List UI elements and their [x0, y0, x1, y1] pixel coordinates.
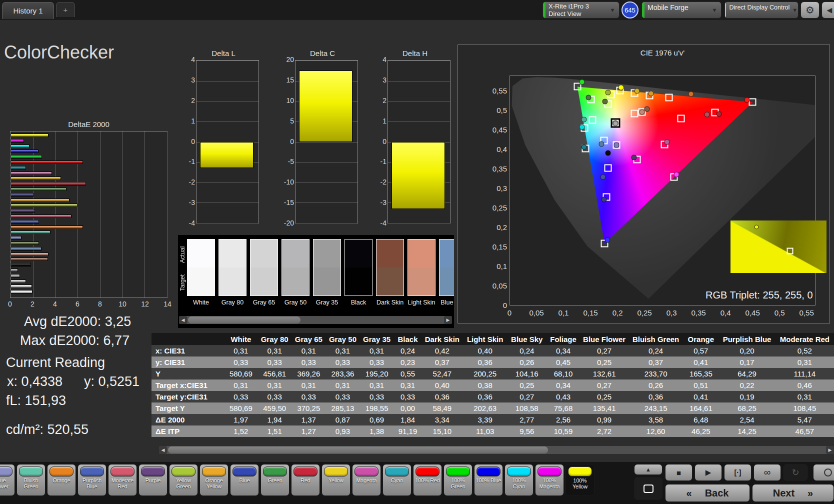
patch-button-bluish-green[interactable]: Bluish Green — [16, 464, 46, 496]
back-button[interactable]: « Back — [665, 484, 750, 502]
patch-color-swatch — [110, 466, 134, 476]
scroll-right-icon[interactable]: ▶ — [826, 446, 834, 454]
single-measure-button[interactable]: [·] — [724, 464, 752, 481]
patch-button-label: Green — [262, 478, 288, 484]
patch-button-blue[interactable]: Blue — [230, 464, 259, 496]
gridline — [78, 132, 78, 298]
meter-count-badge[interactable]: 645 — [622, 2, 638, 18]
patch-button-100-yellow[interactable]: 100% Yellow — [566, 464, 594, 496]
patch-button-purple[interactable]: Purple — [138, 464, 168, 496]
table-cell: 0,34 — [546, 345, 580, 356]
settings-button[interactable]: ⚙ — [800, 2, 820, 18]
actual-marker-blue — [602, 196, 607, 202]
bar-red — [10, 182, 86, 186]
pattern-list-up-button[interactable]: ▲ — [634, 464, 662, 475]
gridline — [388, 223, 450, 224]
patch-button-orange[interactable]: Orange — [47, 464, 76, 496]
swatch-gray-65 — [250, 239, 278, 296]
patch-button-100-blue[interactable]: 100% Blue — [474, 464, 503, 496]
display-control-dropdown[interactable]: Direct Display Control ▼ — [724, 2, 798, 18]
pattern-window-button[interactable] — [634, 477, 662, 500]
pattern-toolbar: Blue FlowerBluish GreenOrangePurplish Bl… — [0, 462, 834, 504]
actual-marker-blue-flower — [614, 142, 619, 148]
gridline — [296, 142, 358, 142]
table-cell: 370,25 — [292, 402, 326, 414]
next-button[interactable]: Next » — [752, 484, 834, 502]
patch-button-green[interactable]: Green — [260, 464, 290, 496]
patch-button-orange-yellow[interactable]: Orange Yellow — [200, 464, 228, 496]
chart-plot — [196, 60, 259, 224]
cie-diagram-panel: CIE 1976 u'v' 0,550,50,450,40,350,30,250… — [458, 44, 830, 324]
meter-dropdown[interactable]: X-Rite i1Pro 3Direct View ▼ — [542, 2, 620, 18]
swatch-scrollbar-thumb[interactable] — [188, 316, 300, 324]
bar-orange — [10, 226, 83, 229]
stop-button[interactable]: ■ — [665, 464, 692, 481]
swatch-scrollbar[interactable]: ◀ ▶ — [179, 316, 452, 324]
x-tick-label: 0,45 — [746, 308, 760, 317]
table-cell: 0,20 — [718, 345, 775, 356]
scroll-right-icon[interactable]: ▶ — [444, 316, 452, 324]
add-tab-button[interactable]: + — [56, 2, 75, 17]
scroll-left-icon[interactable]: ◀ — [159, 446, 167, 454]
y-tick-label: 2 — [368, 96, 386, 104]
extra-transport-button[interactable] — [813, 464, 834, 481]
patch-button-blue-flower[interactable]: Blue Flower — [0, 464, 15, 496]
patch-color-swatch — [263, 466, 287, 476]
y-tick-label: 15 — [276, 76, 294, 84]
patch-color-swatch — [141, 466, 165, 476]
table-cell: 0,25 — [508, 380, 546, 391]
table-row: Target y:CIE310,330,330,330,330,330,330,… — [152, 391, 834, 402]
table-cell: 1,84 — [394, 414, 422, 426]
bar-blue-flower — [10, 236, 22, 240]
play-button[interactable]: ▶ — [694, 464, 722, 481]
patch-button-100-magenta[interactable]: 100% Magenta — [535, 464, 564, 496]
y-tick-label: 0,5 — [482, 106, 507, 114]
table-scrollbar[interactable]: ◀ ▶ — [159, 446, 834, 454]
actual-marker-100-yellow — [618, 84, 624, 90]
table-cell: 2,56 — [546, 414, 580, 426]
patch-button-100-green[interactable]: 100% Green — [444, 464, 472, 496]
actual-marker-black — [605, 150, 610, 156]
patch-button-100-red[interactable]: 100% Red — [413, 464, 442, 496]
tab-history[interactable]: History 1 — [2, 2, 54, 19]
table-cell: 0,33 — [258, 356, 292, 368]
bar-black — [10, 263, 31, 266]
table-cell: 0,31 — [224, 380, 258, 391]
table-cell: 200,25 — [462, 368, 507, 380]
patch-button-yellow-green[interactable]: Yellow Green — [169, 464, 198, 496]
step-icon: [·] — [734, 468, 742, 476]
swatch-white — [187, 239, 215, 296]
triangle-up-icon: ▲ — [646, 466, 651, 472]
gridline — [144, 132, 145, 298]
patch-button-100-cyan[interactable]: 100% Cyan — [504, 464, 534, 496]
circle-icon — [824, 468, 832, 476]
patch-button-red[interactable]: Red — [291, 464, 320, 496]
column-header-gray-50: Gray 50 — [326, 333, 360, 345]
bar-gray-80 — [10, 284, 32, 288]
continuous-measure-button[interactable]: ∞ — [754, 464, 781, 481]
patch-button-moderate-red[interactable]: Moderate Red — [108, 464, 137, 496]
x-tick-label: 0,25 — [637, 308, 652, 317]
patch-button-yellow[interactable]: Yellow — [322, 464, 350, 496]
bar-100-cyan — [10, 144, 30, 148]
table-cell: 0,27 — [580, 345, 628, 356]
refresh-button[interactable]: ↻ — [783, 464, 808, 481]
table-scrollbar-thumb[interactable] — [168, 446, 548, 454]
table-cell: 369,26 — [292, 368, 326, 380]
y-tick-label: 0,2 — [482, 223, 507, 232]
table-cell: 243,15 — [628, 402, 684, 414]
bar-green — [10, 188, 66, 191]
actual-marker-100-green — [580, 79, 585, 84]
patch-button-magenta[interactable]: Magenta — [352, 464, 381, 496]
x-tick-label: 0 — [508, 308, 512, 317]
column-header-light-skin: Light Skin — [462, 333, 507, 345]
source-dropdown[interactable]: Mobile Forge ▼ — [642, 2, 722, 18]
gridline — [196, 122, 258, 122]
patch-button-cyan[interactable]: Cyan — [382, 464, 412, 496]
patch-button-purplish-blue[interactable]: Purplish Blue — [78, 464, 106, 496]
scroll-left-icon[interactable]: ◀ — [179, 316, 187, 324]
x-tick-label: 0,55 — [800, 308, 814, 317]
patch-button-label: 100% Yellow — [566, 478, 594, 490]
table-cell: 0,31 — [258, 380, 292, 391]
collapse-panel-button[interactable]: ◀ — [822, 2, 834, 18]
